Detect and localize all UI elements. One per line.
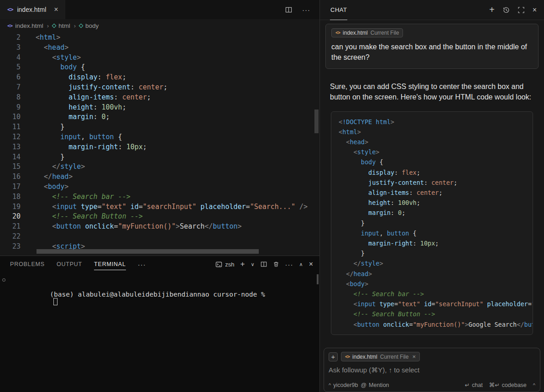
mention-label: Mention [369,382,389,388]
enter-key-icon: ↵ [465,382,470,388]
send-chat-label: chat [472,382,483,388]
code-line: 10 margin: 0; [0,112,319,122]
send-codebase-label: codebase [502,382,527,388]
symbol-element-icon [52,23,57,28]
code-line: <!-- Search Button --> [339,309,525,319]
code-line: 3 <head> [0,43,319,53]
submit-options-chevron-icon[interactable]: ^ [533,382,535,388]
html-file-icon: <> [345,354,350,359]
line-number: 3 [0,43,21,53]
command-decoration-icon[interactable] [2,278,5,282]
shell-launch-button[interactable]: zsh [215,261,234,268]
code-line: 13 margin-right: 10px; [0,142,319,152]
panel-tab-terminal[interactable]: TERMINAL [94,256,126,272]
code-line: <!-- Search bar --> [339,289,525,299]
code-line: 9 height: 100vh; [0,103,319,113]
code-line: 14 } [0,152,319,162]
shell-label: zsh [225,261,234,268]
new-terminal-icon[interactable]: + [241,260,245,269]
breadcrumb-file[interactable]: <> index.html [7,22,43,29]
more-actions-icon[interactable]: ··· [302,6,310,14]
editor-group: <> index.html × ··· <> index.html › [0,0,319,392]
line-number: 22 [0,232,21,242]
code-editor[interactable]: 2<html>3 <head>4 <style>5 body {6 displa… [0,32,319,256]
panel-tab-problems[interactable]: PROBLEMS [10,256,45,272]
chat-panel: CHAT + × <> index.html Current File ca [319,0,544,392]
chat-tab[interactable]: CHAT [330,0,347,20]
breadcrumb-file-label: index.html [15,22,43,29]
code-line: 15 </style> [0,162,319,172]
terminal-viewport[interactable]: (base) alabulei@alabuleidebijibendiannao… [0,272,319,313]
code-line: 22 [0,232,319,242]
input-context-chip[interactable]: <> index.html Current File × [341,352,420,361]
html-file-icon: <> [335,30,340,35]
breadcrumb-symbol-html[interactable]: html [52,22,70,29]
user-message-text: can you make the search box and the butt… [331,42,533,63]
close-chat-icon[interactable]: × [533,6,537,14]
html-file-icon: <> [7,6,13,13]
code-line: <head> [339,137,525,147]
code-line: 7 justify-content: center; [0,83,319,93]
new-chat-icon[interactable]: + [489,5,495,15]
tab-close-icon[interactable]: × [54,5,58,14]
mention-button[interactable]: @ Mention [361,382,389,388]
code-line: 5 body { [0,63,319,73]
breadcrumb-symbol-label: html [58,22,70,29]
assistant-code-block[interactable]: <!DOCTYPE html><html> <head> <style> bod… [331,111,533,335]
terminal-profile-chevron-icon[interactable]: ∨ [251,261,255,267]
expand-chat-icon[interactable] [518,6,525,14]
at-icon: @ [361,382,366,388]
model-name: yicoder9b [333,382,358,388]
chat-input-box[interactable]: + <> index.html Current File × Ask follo… [324,348,540,392]
send-codebase-button[interactable]: ⌘↵ codebase [489,382,527,388]
editor-region: <> index.html × ··· <> index.html › [0,0,319,256]
terminal-prompt-line: (base) alabulei@alabuleidebijibendiannao… [10,276,319,313]
history-icon[interactable] [502,6,510,14]
code-line: <button onclick="myFunction()">Google Se… [339,319,525,329]
maximize-panel-icon[interactable]: ∧ [299,261,303,267]
html-file-icon: <> [7,23,12,29]
line-number: 20 [0,212,21,222]
tab-label: index.html [17,6,46,13]
code-line: </head> [339,269,525,279]
context-chip[interactable]: <> index.html Current File [331,28,403,37]
terminal-scrollbar[interactable] [317,274,319,284]
chat-header: CHAT + × [320,0,544,20]
line-number: 19 [0,202,21,212]
close-panel-icon[interactable]: × [309,260,313,268]
panel-more-actions-icon[interactable]: ··· [285,261,293,268]
split-terminal-icon[interactable] [261,261,267,267]
code-line: align-items: center; [339,188,525,198]
code-line: } [339,218,525,228]
kill-terminal-icon[interactable] [273,261,279,267]
submit-options: ↵ chat ⌘↵ codebase ^ [465,382,536,388]
terminal-prompt-text: (base) alabulei@alabuleidebijibendiannao… [50,291,265,298]
chat-actions: + × [489,5,537,15]
split-editor-icon[interactable] [285,6,292,13]
line-number: 6 [0,73,21,83]
line-number: 9 [0,103,21,113]
send-chat-button[interactable]: ↵ chat [465,382,483,388]
terminal-actions: zsh + ∨ ··· ∧ × [215,260,313,269]
panel-tab-output[interactable]: OUTPUT [57,256,82,272]
panel-more-icon[interactable]: ··· [138,261,146,268]
input-context-row: + <> index.html Current File × [329,352,535,361]
breadcrumb-symbol-body[interactable]: body [79,22,99,29]
code-line: 6 display: flex; [0,73,319,83]
code-line: 11 } [0,122,319,132]
vertical-scrollbar[interactable] [314,110,319,133]
line-number: 17 [0,182,21,192]
chat-input-placeholder[interactable]: Ask followup (⌘Y), ↑ to select [329,366,535,374]
add-context-button[interactable]: + [329,352,338,361]
editor-tabbar: <> index.html × ··· [0,0,319,19]
line-number: 5 [0,63,21,73]
chat-conversation[interactable]: <> index.html Current File can you make … [320,20,544,344]
line-number: 2 [0,33,21,43]
horizontal-scrollbar[interactable] [37,249,259,254]
line-number: 14 [0,152,21,162]
remove-context-icon[interactable]: × [412,353,416,360]
model-selector[interactable]: ^ yicoder9b [329,382,358,388]
editor-actions: ··· [285,0,319,19]
symbol-element-icon [79,23,84,28]
tab-index-html[interactable]: <> index.html × [0,0,65,19]
